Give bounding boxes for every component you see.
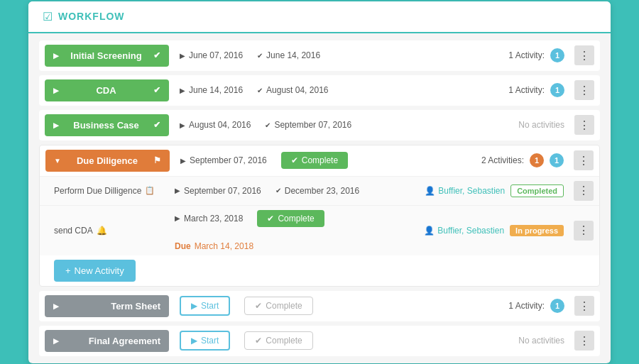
stage-due-diligence: ▼ Due Diligence ⚑ ▶ September 07, 2016 ✔… xyxy=(39,145,600,287)
more-btn-term-sheet[interactable]: ⋮ xyxy=(574,296,594,316)
dates-term-sheet: ▶ Start ✔ Complete xyxy=(169,296,508,316)
chevron-icon: ▶ xyxy=(53,52,59,60)
status-badge-sub1: Completed xyxy=(510,184,564,197)
stage-btn-term-sheet[interactable]: ▶ Term Sheet xyxy=(45,295,169,317)
activity-info-business-case: No activities ⋮ xyxy=(518,115,594,135)
end-date-initial-screening: ✔ June 14, 2016 xyxy=(257,50,320,60)
workflow-title: WORKFLOW xyxy=(58,11,125,22)
new-activity-label: New Activity xyxy=(75,265,124,276)
chevron-icon-cda: ▶ xyxy=(53,87,59,94)
complete-outline-btn-final-agreement[interactable]: ✔ Complete xyxy=(244,331,312,350)
more-btn-business-case[interactable]: ⋮ xyxy=(574,115,594,135)
dates-business-case: ▶ August 04, 2016 ✔ September 07, 2016 xyxy=(169,120,518,130)
dates-sub1: ▶ September 07, 2016 ✔ December 23, 2016 xyxy=(164,186,425,196)
more-btn-sub1[interactable]: ⋮ xyxy=(574,181,594,201)
stage-btn-due-diligence[interactable]: ▼ Due Diligence ⚑ xyxy=(45,150,170,172)
chevron-icon-fa: ▶ xyxy=(53,337,59,345)
start-date-dd: ▶ September 07, 2016 xyxy=(180,155,267,165)
play-icon-fa: ▶ xyxy=(191,336,197,346)
activity-badge-dd-orange: 1 xyxy=(530,153,544,167)
activity-badge-dd-blue: 1 xyxy=(550,153,564,167)
due-label-sub2: Due xyxy=(175,241,191,251)
complete-outline-btn-term-sheet[interactable]: ✔ Complete xyxy=(244,297,312,315)
due-date-sub2: Due March 14, 2018 xyxy=(175,241,253,251)
complete-button-sub2[interactable]: ✔ Complete xyxy=(257,210,324,227)
stage-btn-initial-screening[interactable]: ▶ Initial Screening ✔ xyxy=(45,45,169,67)
more-btn-final-agreement[interactable]: ⋮ xyxy=(574,331,594,351)
activity-label-initial-screening: 1 Activity: xyxy=(508,50,545,60)
complete-btn-sub2: ✔ Complete xyxy=(257,210,324,227)
chevron-icon-business-case: ▶ xyxy=(53,121,59,129)
stage-name-business-case: Business Case xyxy=(73,120,139,131)
sub-activity-perform-due-diligence: Perform Due Dilligence 📋 ▶ September 07,… xyxy=(40,176,599,205)
activity-label-cda: 1 Activity: xyxy=(508,85,545,95)
due-date-value-sub2: March 14, 2018 xyxy=(195,241,253,251)
stage-name-cda: CDA xyxy=(96,85,116,96)
workflow-card: ☑ WORKFLOW ▶ Initial Screening ✔ ▶ June … xyxy=(28,1,611,363)
start-date-cda: ▶ June 14, 2016 xyxy=(180,85,243,95)
activity-label-ts: 1 Activity: xyxy=(508,301,545,311)
complete-btn-dd-header: ✔ Complete xyxy=(281,152,348,169)
chevron-icon-dd: ▼ xyxy=(54,157,61,165)
check-complete-icon: ✔ xyxy=(291,155,298,165)
stage-row-business-case: ▶ Business Case ✔ ▶ August 04, 2016 ✔ Se… xyxy=(39,110,600,140)
dates-sub2: ▶ March 23, 2018 ✔ Complete Due March 14… xyxy=(164,210,424,251)
perform-due-diligence-label: Perform Due Dilligence xyxy=(54,186,141,196)
stage-name-initial-screening: Initial Screening xyxy=(70,50,141,61)
new-activity-button[interactable]: + New Activity xyxy=(54,260,136,282)
stage-name-due-diligence: Due Diligence xyxy=(77,155,138,166)
dates-due-diligence: ▶ September 07, 2016 ✔ Complete xyxy=(170,152,481,169)
more-btn-dd[interactable]: ⋮ xyxy=(574,150,594,170)
start-date-business-case: ▶ August 04, 2016 xyxy=(180,120,251,130)
assignee-sub2: 👤 Buffier, Sebastien xyxy=(424,226,504,236)
stage-name-final-agreement: Final Agreement xyxy=(89,336,160,346)
start-button-final-agreement[interactable]: ▶ Start xyxy=(180,331,230,351)
status-badge-sub2: In progress xyxy=(510,225,564,236)
stage-name-term-sheet: Term Sheet xyxy=(111,301,160,311)
activity-badge-initial-screening: 1 xyxy=(550,48,564,62)
stage-btn-final-agreement[interactable]: ▶ Final Agreement xyxy=(45,330,169,352)
activity-label-dd: 2 Activities: xyxy=(481,155,524,165)
activity-info-term-sheet: 1 Activity: 1 ⋮ xyxy=(508,296,594,316)
stage-row-term-sheet: ▶ Term Sheet ▶ Start ✔ Complete 1 Activi… xyxy=(39,291,600,321)
more-btn-sub2[interactable]: ⋮ xyxy=(574,221,594,241)
plus-icon: + xyxy=(65,265,71,276)
stage-btn-cda[interactable]: ▶ CDA ✔ xyxy=(45,79,169,101)
check-outline-fa: ✔ xyxy=(255,336,262,346)
check-icon-business-case: ✔ xyxy=(153,120,160,130)
assignee-sub1: 👤 Buffier, Sebastien xyxy=(425,186,505,196)
dates-initial-screening: ▶ June 07, 2016 ✔ June 14, 2016 xyxy=(169,50,508,60)
bell-icon: 🔔 xyxy=(97,226,107,236)
activity-badge-ts: 1 xyxy=(550,299,564,313)
dates-final-agreement: ▶ Start ✔ Complete xyxy=(169,331,518,351)
more-btn-cda[interactable]: ⋮ xyxy=(574,80,594,100)
check-icon-sub2: ✔ xyxy=(267,214,274,224)
start-date-sub1: ▶ September 07, 2016 xyxy=(175,186,261,196)
activity-info-sub1: 👤 Buffier, Sebastien Completed ⋮ xyxy=(425,181,594,201)
activity-info-dd: 2 Activities: 1 1 ⋮ xyxy=(481,150,594,170)
chevron-icon-ts: ▶ xyxy=(53,302,59,310)
activity-info-cda: 1 Activity: 1 ⋮ xyxy=(508,80,594,100)
end-date-cda: ✔ August 04, 2016 xyxy=(257,85,328,95)
stage-row-initial-screening: ▶ Initial Screening ✔ ▶ June 07, 2016 ✔ … xyxy=(39,40,600,71)
dates-cda: ▶ June 14, 2016 ✔ August 04, 2016 xyxy=(169,85,508,95)
start-button-term-sheet[interactable]: ▶ Start xyxy=(180,296,230,316)
sub-activity-name-1: Perform Due Dilligence 📋 xyxy=(54,186,164,196)
check-icon: ✔ xyxy=(153,50,160,60)
start-date-initial-screening: ▶ June 07, 2016 xyxy=(180,50,243,60)
stage-btn-business-case[interactable]: ▶ Business Case ✔ xyxy=(45,114,169,136)
person-icon-sub1: 👤 xyxy=(425,186,435,196)
check-outline-ts: ✔ xyxy=(255,301,262,311)
no-activities-fa: No activities xyxy=(518,336,564,346)
stage-row-final-agreement: ▶ Final Agreement ▶ Start ✔ Complete No … xyxy=(39,326,600,356)
new-activity-container: + New Activity xyxy=(40,260,599,282)
play-icon-ts: ▶ xyxy=(191,301,197,311)
complete-button-dd[interactable]: ✔ Complete xyxy=(281,152,348,169)
more-btn-initial-screening[interactable]: ⋮ xyxy=(574,45,594,65)
flag-icon-dd: ⚑ xyxy=(153,155,161,165)
activity-badge-cda: 1 xyxy=(550,83,564,97)
activity-info-final-agreement: No activities ⋮ xyxy=(518,331,594,351)
card-header: ☑ WORKFLOW xyxy=(28,1,611,33)
activity-info-sub2: 👤 Buffier, Sebastien In progress ⋮ xyxy=(424,221,594,241)
workflow-icon: ☑ xyxy=(43,10,53,23)
